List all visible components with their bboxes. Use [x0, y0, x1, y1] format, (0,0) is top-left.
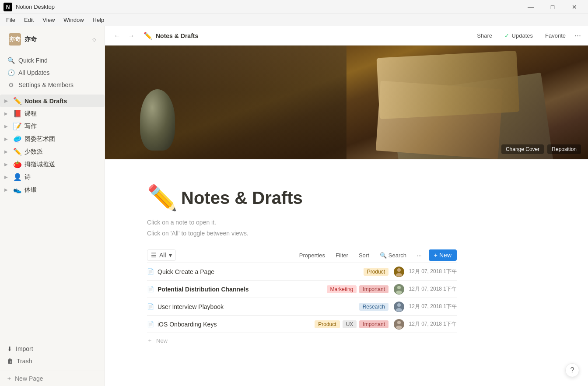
share-button[interactable]: Share	[473, 31, 496, 41]
row-tags: Marketing Important	[327, 285, 388, 293]
row-avatar	[394, 284, 404, 295]
expand-icon: ▶	[4, 149, 10, 154]
app-icon: N	[4, 3, 12, 11]
sidebar-item-shi[interactable]: ▶ 👤 诗	[0, 171, 105, 183]
content-area: ← → ✏️ Notes & Drafts Share ✓ Updates Fa…	[105, 26, 588, 386]
table-row: 📄 Potential Distribution Channels Market…	[147, 280, 457, 298]
titlebar: N Notion Desktop — □ ✕	[0, 0, 588, 14]
new-page-button[interactable]: ＋ New Page	[0, 371, 105, 386]
row-tags: Research	[359, 303, 388, 311]
username: 亦奇	[24, 35, 92, 43]
expand-icon: ▶	[4, 162, 10, 167]
tag-product: Product	[364, 268, 388, 276]
table-row: 📄 Quick Create a Page Product 12月 07, 20…	[147, 263, 457, 280]
new-entry-button[interactable]: + New	[429, 249, 457, 261]
row-date: 12月 07, 2018 1下午	[409, 285, 457, 293]
page-icon: 📄	[147, 321, 158, 327]
menu-window[interactable]: Window	[59, 15, 88, 25]
database-table: 📄 Quick Create a Page Product 12月 07, 20…	[147, 263, 457, 348]
sidebar-item-xiezuo[interactable]: ▶ 📝 写作	[0, 120, 105, 133]
change-cover-button[interactable]: Change Cover	[501, 144, 544, 154]
gear-icon: ⚙	[7, 81, 15, 88]
favorite-button[interactable]: Favorite	[542, 31, 569, 41]
row-date: 12月 07, 2018 1下午	[409, 320, 457, 328]
help-button[interactable]: ?	[565, 363, 579, 377]
tag-research: Research	[359, 303, 388, 311]
tag-marketing: Marketing	[327, 285, 357, 293]
svg-point-3	[396, 291, 402, 294]
tag-ux: UX	[343, 320, 357, 328]
row-date: 12月 07, 2018 1下午	[409, 303, 457, 310]
sidebar-item-trash[interactable]: 🗑 Trash	[3, 355, 102, 367]
sidebar-item-quick-find[interactable]: 🔍 Quick Find	[3, 54, 102, 67]
page-icon: 📄	[147, 303, 158, 310]
search-button[interactable]: 🔍 Search	[376, 250, 410, 260]
chevron-down-icon: ▾	[169, 252, 172, 259]
close-button[interactable]: ✕	[564, 0, 584, 14]
add-new-row[interactable]: ＋ New	[147, 333, 457, 348]
header-page-title: Notes & Drafts	[156, 32, 470, 39]
tag-product: Product	[315, 320, 340, 328]
app-title: Notion Desktop	[16, 4, 521, 10]
sidebar-item-import[interactable]: ⬇ Import	[3, 343, 102, 355]
table-row: 📄 User Interview Playbook Research 12月 0…	[147, 298, 457, 315]
back-button[interactable]: ←	[112, 30, 122, 42]
page-title: Notes & Drafts	[181, 187, 303, 208]
trash-icon: 🗑	[7, 358, 13, 365]
svg-point-1	[396, 273, 402, 277]
sidebar-item-tuozhi[interactable]: ▶ 🍅 拇指城推送	[0, 158, 105, 171]
menu-file[interactable]: File	[2, 15, 20, 25]
sidebar-item-all-updates[interactable]: 🕐 All Updates	[3, 67, 102, 79]
forward-button[interactable]: →	[126, 30, 136, 42]
filter-button[interactable]: Filter	[332, 250, 352, 260]
view-selector[interactable]: ☰ All ▾	[147, 249, 176, 261]
import-label: Import	[16, 345, 33, 352]
cover-art	[105, 46, 588, 159]
page-title-area: ✏️ Notes & Drafts	[147, 186, 457, 210]
minimize-button[interactable]: —	[521, 0, 541, 14]
page-icon: 📄	[147, 286, 158, 292]
sidebar-item-notes-drafts[interactable]: ▶ ✏️ Notes & Drafts	[0, 95, 105, 107]
row-tags: Product UX Important	[315, 320, 388, 328]
cover-image: Change Cover Reposition	[105, 46, 588, 159]
clock-icon: 🕐	[7, 69, 15, 76]
menu-edit[interactable]: Edit	[20, 15, 38, 25]
menu-view[interactable]: View	[38, 15, 59, 25]
page-label: 团委艺术团	[24, 135, 100, 143]
search-icon: 🔍	[380, 252, 387, 259]
user-menu[interactable]: 亦奇 亦奇 ◇	[3, 28, 102, 51]
sidebar-item-shaoshu[interactable]: ▶ ✏️ 少数派	[0, 145, 105, 158]
search-icon: 🔍	[7, 57, 15, 64]
row-title[interactable]: Quick Create a Page	[158, 267, 364, 276]
menu-help[interactable]: Help	[88, 15, 109, 25]
add-new-label: New	[156, 337, 168, 344]
sort-button[interactable]: Sort	[355, 250, 373, 260]
menubar: File Edit View Window Help	[0, 14, 588, 26]
sidebar-nav-label: Quick Find	[18, 57, 48, 64]
row-title[interactable]: User Interview Playbook	[158, 302, 359, 311]
reposition-button[interactable]: Reposition	[547, 144, 581, 154]
sidebar-bottom: ⬇ Import 🗑 Trash	[0, 339, 105, 371]
page-label: 少数派	[24, 148, 100, 156]
more-options-button[interactable]: ···	[574, 31, 581, 40]
row-title[interactable]: Potential Distribution Channels	[158, 285, 327, 294]
expand-icon: ▶	[4, 187, 10, 192]
avatar: 亦奇	[9, 33, 21, 46]
page-content: Change Cover Reposition ✏️ Notes & Draft…	[105, 46, 588, 386]
properties-button[interactable]: Properties	[296, 250, 329, 260]
updates-button[interactable]: ✓ Updates	[501, 31, 536, 41]
trash-label: Trash	[17, 358, 32, 365]
maximize-button[interactable]: □	[542, 0, 563, 14]
tag-important: Important	[359, 320, 388, 328]
more-options-button[interactable]: ···	[413, 250, 425, 260]
sidebar-item-kecheng[interactable]: ▶ 📕 课程	[0, 107, 105, 120]
row-title[interactable]: iOS Onboarding Keys	[158, 320, 315, 329]
plus-icon: ＋	[6, 375, 12, 382]
svg-point-2	[397, 286, 401, 289]
svg-point-6	[397, 321, 401, 324]
content-header: ← → ✏️ Notes & Drafts Share ✓ Updates Fa…	[105, 26, 588, 46]
sidebar-item-tijian[interactable]: ▶ 👟 体锻	[0, 183, 105, 196]
chevron-down-icon: ◇	[92, 37, 96, 42]
sidebar-item-settings[interactable]: ⚙ Settings & Members	[3, 79, 102, 91]
sidebar-item-tuanwei[interactable]: ▶ 🥏 团委艺术团	[0, 133, 105, 145]
